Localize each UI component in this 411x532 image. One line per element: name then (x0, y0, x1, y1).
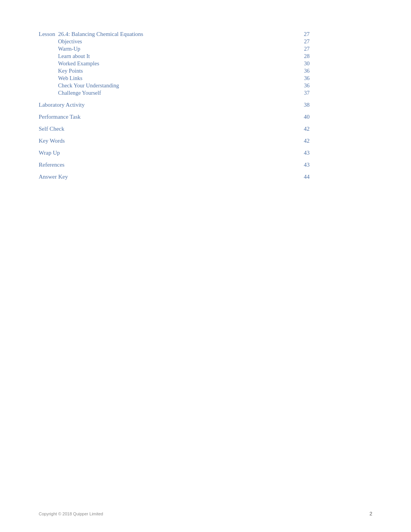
lesson-header: Lesson 26.4: Balancing Chemical Equation… (39, 31, 310, 38)
toc-top-level-item: References 43 (39, 162, 310, 168)
sub-item-page: 27 (298, 46, 310, 52)
copyright-text: Copyright © 2018 Quipper Limited (39, 512, 103, 516)
toc-top-label: References (39, 162, 65, 168)
toc-top-level-item: Self Check 42 (39, 126, 310, 132)
top-level-items: Laboratory Activity 38 Performance Task … (39, 102, 310, 180)
sub-item-page: 30 (298, 60, 310, 67)
sub-item-page: 27 (298, 38, 310, 45)
page-content: Lesson 26.4: Balancing Chemical Equation… (0, 0, 348, 217)
toc-top-label: Answer Key (39, 174, 68, 180)
toc-top-page: 40 (298, 114, 310, 120)
sub-item-label: Learn about It (58, 53, 90, 60)
toc-top-label: Self Check (39, 126, 64, 132)
sub-item: Web Links 36 (58, 75, 310, 82)
sub-item-label: Challenge Yourself (58, 90, 101, 96)
sub-item-page: 36 (298, 75, 310, 82)
sub-item-page: 28 (298, 53, 310, 60)
toc-top-page: 42 (298, 138, 310, 144)
toc-top-level-item: Wrap Up 43 (39, 150, 310, 156)
page-number: 2 (370, 511, 372, 517)
sub-item-label: Objectives (58, 38, 82, 45)
sub-item: Check Your Understanding 36 (58, 82, 310, 89)
sub-item-label: Warm-Up (58, 46, 80, 52)
sub-item-label: Key Points (58, 68, 83, 74)
sub-item-label: Worked Examples (58, 60, 99, 67)
toc-top-label: Key Words (39, 138, 65, 144)
toc-top-page: 38 (298, 102, 310, 108)
sub-item-page: 36 (298, 82, 310, 89)
toc-top-page: 43 (298, 150, 310, 156)
toc-top-page: 43 (298, 162, 310, 168)
footer: Copyright © 2018 Quipper Limited 2 (0, 511, 411, 517)
sub-item-page: 36 (298, 68, 310, 74)
sub-item: Warm-Up 27 (58, 46, 310, 52)
toc-top-level-item: Performance Task 40 (39, 114, 310, 120)
sub-item-label: Check Your Understanding (58, 82, 119, 89)
sub-item-label: Web Links (58, 75, 82, 82)
sub-item: Learn about It 28 (58, 53, 310, 60)
sub-item: Worked Examples 30 (58, 60, 310, 67)
toc-top-label: Laboratory Activity (39, 102, 85, 108)
toc-top-page: 42 (298, 126, 310, 132)
toc-top-level-item: Laboratory Activity 38 (39, 102, 310, 108)
toc-top-level-item: Key Words 42 (39, 138, 310, 144)
lesson-page: 27 (298, 31, 310, 38)
toc-top-label: Wrap Up (39, 150, 60, 156)
sub-item-page: 37 (298, 90, 310, 96)
lesson-title: Lesson 26.4: Balancing Chemical Equation… (39, 31, 143, 38)
sub-item: Key Points 36 (58, 68, 310, 74)
toc-top-label: Performance Task (39, 114, 80, 120)
toc-top-page: 44 (298, 174, 310, 180)
sub-item: Objectives 27 (58, 38, 310, 45)
sub-item: Challenge Yourself 37 (58, 90, 310, 96)
lesson-sub-items: Objectives 27 Warm-Up 27 Learn about It … (39, 38, 310, 96)
toc-top-level-item: Answer Key 44 (39, 174, 310, 180)
